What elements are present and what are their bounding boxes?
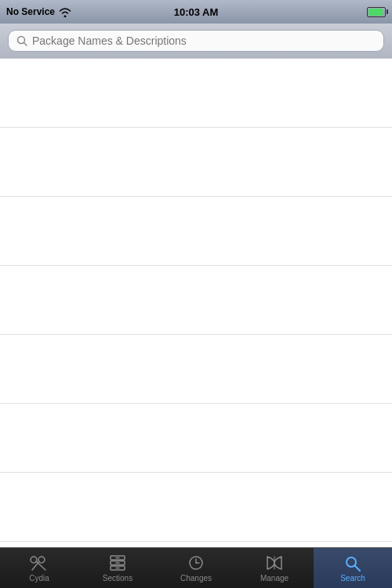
list-item bbox=[0, 266, 392, 335]
list-item bbox=[0, 473, 392, 542]
svg-line-17 bbox=[355, 566, 361, 572]
search-tab-icon bbox=[342, 554, 364, 572]
svg-line-1 bbox=[24, 43, 27, 46]
search-icon bbox=[16, 35, 27, 46]
tab-manage-label: Manage bbox=[260, 574, 289, 583]
list-item bbox=[0, 59, 392, 128]
status-bar: No Service 10:03 AM bbox=[0, 0, 392, 24]
list-item bbox=[0, 197, 392, 266]
list-item bbox=[0, 404, 392, 473]
tab-cydia-label: Cydia bbox=[29, 574, 49, 583]
no-service-text: No Service bbox=[6, 6, 55, 17]
tab-search[interactable]: Search bbox=[314, 548, 392, 588]
content-area bbox=[0, 58, 392, 543]
tab-manage[interactable]: Manage bbox=[235, 548, 314, 588]
tab-cydia[interactable]: Cydia bbox=[0, 548, 78, 588]
search-input[interactable] bbox=[32, 34, 376, 47]
cydia-icon bbox=[28, 554, 50, 572]
tab-changes-label: Changes bbox=[180, 574, 212, 583]
sections-icon bbox=[107, 554, 129, 572]
tab-bar: Cydia Sections Changes bbox=[0, 547, 392, 588]
search-bar-area bbox=[0, 24, 392, 58]
tab-sections-label: Sections bbox=[103, 574, 132, 583]
tab-sections[interactable]: Sections bbox=[78, 548, 157, 588]
list-item bbox=[0, 335, 392, 404]
tab-search-label: Search bbox=[340, 574, 365, 583]
status-time: 10:03 AM bbox=[174, 6, 219, 18]
changes-icon bbox=[185, 554, 207, 572]
tab-changes[interactable]: Changes bbox=[157, 548, 235, 588]
list-item bbox=[0, 128, 392, 197]
search-input-wrapper[interactable] bbox=[8, 30, 384, 52]
manage-icon bbox=[263, 554, 285, 572]
wifi-icon bbox=[59, 7, 71, 17]
battery-icon bbox=[367, 7, 386, 17]
